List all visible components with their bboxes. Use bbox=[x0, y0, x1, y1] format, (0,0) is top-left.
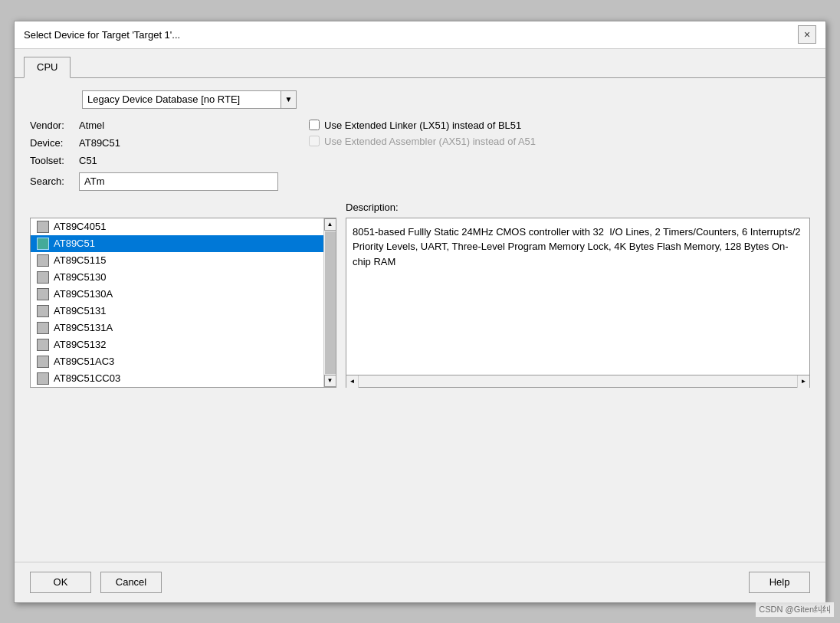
assembler-checkbox bbox=[309, 136, 320, 146]
database-dropdown-arrow[interactable]: ▼ bbox=[281, 90, 297, 109]
info-fields: Vendor: Atmel Device: AT89C51 Toolset: C… bbox=[30, 120, 278, 191]
assembler-checkbox-label: Use Extended Assembler (AX51) instead of… bbox=[324, 136, 536, 147]
chip-icon bbox=[37, 271, 49, 284]
vendor-value: Atmel bbox=[79, 120, 104, 131]
linker-checkbox[interactable] bbox=[309, 120, 320, 130]
scroll-up-arrow[interactable]: ▲ bbox=[324, 218, 336, 231]
device-item[interactable]: AT89C5131 bbox=[31, 303, 323, 320]
scroll-left-arrow[interactable]: ◄ bbox=[346, 375, 359, 388]
device-list-container: AT89C4051AT89C51AT89C5115AT89C5130AT89C5… bbox=[30, 218, 336, 388]
scroll-thumb[interactable] bbox=[325, 231, 336, 374]
device-item-label: AT89C51 bbox=[54, 238, 95, 249]
device-item[interactable]: AT89C5130 bbox=[31, 269, 323, 286]
cancel-button[interactable]: Cancel bbox=[100, 572, 162, 593]
list-scroll-wrapper: AT89C4051AT89C51AT89C5115AT89C5130AT89C5… bbox=[31, 218, 336, 387]
chip-icon bbox=[37, 322, 49, 334]
select-device-dialog: Select Device for Target 'Target 1'... ×… bbox=[14, 21, 826, 603]
chip-icon bbox=[37, 372, 49, 385]
ok-button[interactable]: OK bbox=[30, 572, 91, 593]
chip-icon bbox=[37, 356, 49, 368]
list-scrollbar[interactable]: ▲ ▼ bbox=[323, 218, 336, 387]
horiz-scroll-track bbox=[359, 375, 797, 387]
database-dropdown-container: ▼ bbox=[82, 90, 297, 109]
device-item-label: AT89C5130 bbox=[54, 271, 106, 283]
toolset-label: Toolset: bbox=[30, 155, 76, 166]
device-item-label: AT89C5131 bbox=[54, 305, 106, 316]
description-container: 8051-based Fullly Static 24MHz CMOS cont… bbox=[346, 218, 810, 388]
scroll-right-arrow[interactable]: ► bbox=[797, 375, 809, 388]
device-item-label: AT89C5130A bbox=[54, 288, 113, 300]
scroll-down-arrow[interactable]: ▼ bbox=[324, 375, 336, 387]
device-item[interactable]: AT89C5131A bbox=[31, 320, 323, 336]
database-dropdown-input[interactable] bbox=[82, 90, 281, 109]
database-row: ▼ bbox=[30, 90, 810, 109]
search-input[interactable] bbox=[79, 172, 278, 191]
chip-icon bbox=[37, 339, 49, 351]
close-button[interactable]: × bbox=[798, 25, 816, 44]
title-bar: Select Device for Target 'Target 1'... × bbox=[15, 21, 825, 49]
device-item[interactable]: AT89C5115 bbox=[31, 252, 323, 269]
device-item[interactable]: AT89C4051 bbox=[31, 218, 323, 235]
device-item-label: AT89C5115 bbox=[54, 254, 106, 266]
device-item-label: AT89C5132 bbox=[54, 339, 106, 350]
help-button[interactable]: Help bbox=[749, 572, 810, 593]
device-item-label: AT89C4051 bbox=[54, 221, 106, 232]
chip-icon bbox=[37, 221, 49, 233]
device-value: AT89C51 bbox=[79, 137, 120, 149]
watermark: CSDN @Giten纠纠 bbox=[756, 602, 834, 617]
device-item[interactable]: AT89C5132 bbox=[31, 336, 323, 353]
device-item[interactable]: AT89C5130A bbox=[31, 286, 323, 303]
lower-area: Description: AT89C4051AT89C51AT89C5115AT… bbox=[30, 202, 810, 388]
device-item[interactable]: AT89C51AC3 bbox=[31, 353, 323, 370]
vendor-row: Vendor: Atmel bbox=[30, 120, 278, 131]
tab-bar: CPU bbox=[15, 49, 825, 78]
description-header-area: Description: bbox=[30, 202, 810, 215]
device-item[interactable]: AT89C51 bbox=[31, 235, 323, 252]
chip-icon bbox=[37, 238, 49, 250]
device-list[interactable]: AT89C4051AT89C51AT89C5115AT89C5130AT89C5… bbox=[31, 218, 323, 387]
dialog-content: ▼ Vendor: Atmel Device: AT89C51 Toolset:… bbox=[15, 78, 825, 562]
linker-checkbox-label: Use Extended Linker (LX51) instead of BL… bbox=[324, 120, 521, 131]
chip-icon bbox=[37, 254, 49, 267]
device-item-label: AT89C5131A bbox=[54, 322, 113, 333]
description-box: 8051-based Fullly Static 24MHz CMOS cont… bbox=[346, 218, 810, 375]
toolset-value: C51 bbox=[79, 155, 97, 166]
dialog-title: Select Device for Target 'Target 1'... bbox=[24, 29, 180, 41]
search-label: Search: bbox=[30, 175, 76, 187]
chip-icon bbox=[37, 305, 49, 317]
chip-icon bbox=[37, 288, 49, 300]
assembler-checkbox-row: Use Extended Assembler (AX51) instead of… bbox=[309, 136, 536, 147]
device-label: Device: bbox=[30, 137, 76, 149]
linker-checkbox-row: Use Extended Linker (LX51) instead of BL… bbox=[309, 120, 536, 131]
device-item-label: AT89C51AC3 bbox=[54, 356, 114, 367]
device-item-label: AT89C51CC03 bbox=[54, 372, 120, 384]
horiz-scrollbar: ◄ ► bbox=[346, 375, 810, 388]
search-row: Search: bbox=[30, 172, 278, 191]
tab-cpu[interactable]: CPU bbox=[24, 57, 71, 78]
form-upper: Vendor: Atmel Device: AT89C51 Toolset: C… bbox=[30, 120, 810, 191]
lower-section: AT89C4051AT89C51AT89C5115AT89C5130AT89C5… bbox=[30, 218, 810, 388]
options-section: Use Extended Linker (LX51) instead of BL… bbox=[309, 120, 536, 191]
vendor-label: Vendor: bbox=[30, 120, 76, 131]
buttons-row: OK Cancel Help bbox=[15, 562, 825, 602]
device-item[interactable]: AT89C51CC03 bbox=[31, 370, 323, 387]
toolset-row: Toolset: C51 bbox=[30, 155, 278, 166]
device-row: Device: AT89C51 bbox=[30, 137, 278, 149]
description-text: 8051-based Fullly Static 24MHz CMOS cont… bbox=[353, 225, 803, 270]
description-label: Description: bbox=[346, 202, 399, 213]
